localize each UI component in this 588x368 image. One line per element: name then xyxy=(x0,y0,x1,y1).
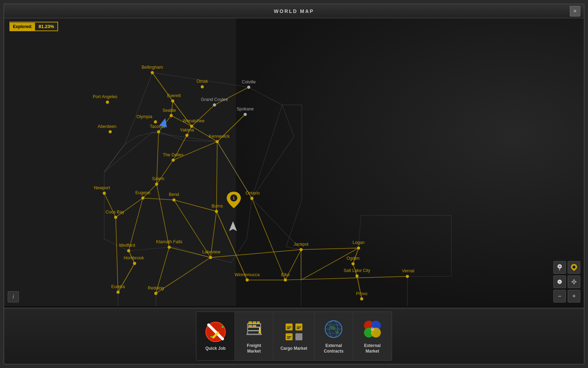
svg-point-77 xyxy=(559,265,561,267)
pin-gold-button[interactable] xyxy=(568,261,580,274)
svg-point-7 xyxy=(170,114,173,117)
svg-text:Wenatchee: Wenatchee xyxy=(183,118,204,123)
svg-text:1: 1 xyxy=(233,196,235,200)
svg-point-24 xyxy=(133,262,136,265)
svg-text:Hornbrook: Hornbrook xyxy=(124,255,144,260)
bottom-toolbar: Quick Job xyxy=(4,308,584,364)
svg-rect-86 xyxy=(573,281,575,282)
svg-text:Omak: Omak xyxy=(196,79,208,84)
toolbar-item-external-contracts[interactable]: ExternalContracts xyxy=(315,312,353,360)
svg-rect-102 xyxy=(253,325,256,327)
map-area[interactable]: Explored: 81.23% xyxy=(4,18,584,306)
title-bar: WORLD MAP × xyxy=(4,4,584,18)
svg-point-14 xyxy=(172,158,175,162)
svg-text:Port Angeles: Port Angeles xyxy=(93,94,117,99)
toolbar-item-freight-market[interactable]: FreightMarket xyxy=(235,312,273,360)
svg-point-23 xyxy=(168,246,171,249)
toolbar-item-quick-job[interactable]: Quick Job xyxy=(196,312,235,360)
quick-job-label: Quick Job xyxy=(205,346,226,352)
svg-text:Lakeview: Lakeview xyxy=(202,250,220,254)
external-market-label: ExternalMarket xyxy=(364,343,380,354)
svg-point-21 xyxy=(114,216,117,219)
svg-rect-96 xyxy=(247,323,248,335)
svg-rect-93 xyxy=(247,323,261,324)
svg-text:Burns: Burns xyxy=(212,204,223,209)
svg-rect-101 xyxy=(248,325,252,327)
svg-point-15 xyxy=(155,183,158,186)
svg-point-3 xyxy=(106,101,109,104)
svg-text:Klamath Falls: Klamath Falls xyxy=(156,239,182,244)
zoom-in-button[interactable]: + xyxy=(568,290,580,302)
svg-point-125 xyxy=(371,327,374,331)
move-controls-row xyxy=(553,275,580,288)
svg-text:Tacoma: Tacoma xyxy=(150,124,165,129)
svg-text:Medford: Medford xyxy=(119,243,135,248)
freight-market-label: FreightMarket xyxy=(247,343,261,354)
svg-text:Grand Coulee: Grand Coulee xyxy=(201,97,228,102)
cargo-market-label: Cargo Market xyxy=(280,346,307,352)
svg-text:Salem: Salem xyxy=(152,176,164,181)
pan-white-button[interactable] xyxy=(553,275,566,288)
svg-text:Eugene: Eugene xyxy=(135,190,150,195)
svg-point-27 xyxy=(154,292,158,295)
svg-text:Yakima: Yakima xyxy=(180,128,194,132)
svg-text:Bellingham: Bellingham xyxy=(142,65,163,70)
svg-point-4 xyxy=(171,100,174,103)
pin-controls-row xyxy=(553,261,580,274)
svg-rect-104 xyxy=(258,333,261,333)
zoom-out-button[interactable]: − xyxy=(553,290,566,302)
close-button[interactable]: × xyxy=(570,6,580,16)
svg-text:Everett: Everett xyxy=(167,93,181,98)
move-button[interactable] xyxy=(568,275,580,288)
svg-text:Kennewick: Kennewick xyxy=(209,134,230,139)
svg-point-26 xyxy=(117,291,120,294)
svg-text:Bend: Bend xyxy=(169,192,179,197)
svg-point-16 xyxy=(103,192,106,195)
svg-rect-108 xyxy=(295,333,302,340)
svg-point-11 xyxy=(157,130,160,133)
svg-text:Aberdeen: Aberdeen xyxy=(98,124,117,129)
svg-text:Eureka: Eureka xyxy=(111,284,125,289)
quick-job-icon xyxy=(204,321,227,343)
svg-point-12 xyxy=(186,134,189,137)
svg-point-10 xyxy=(108,130,112,133)
svg-point-25 xyxy=(209,256,212,259)
svg-point-81 xyxy=(559,281,560,282)
info-button[interactable]: i xyxy=(8,291,19,302)
cargo-market-icon xyxy=(283,321,305,343)
toolbar-item-cargo-market[interactable]: Cargo Market xyxy=(273,312,315,360)
svg-text:Newport: Newport xyxy=(94,185,110,190)
svg-point-5 xyxy=(213,103,216,107)
svg-rect-103 xyxy=(259,328,260,333)
svg-point-22 xyxy=(127,249,130,252)
external-contracts-icon xyxy=(322,318,345,340)
svg-text:Coos Bay: Coos Bay xyxy=(105,210,124,214)
svg-point-9 xyxy=(190,125,193,128)
svg-marker-82 xyxy=(573,279,575,281)
svg-text:Seattle: Seattle xyxy=(162,108,176,113)
svg-point-20 xyxy=(215,210,218,213)
svg-point-1 xyxy=(201,85,204,88)
svg-point-0 xyxy=(151,71,154,74)
window-title: WORLD MAP xyxy=(274,8,314,14)
toolbar-item-external-market[interactable]: ExternalMarket xyxy=(353,312,392,360)
explored-value: 81.23% xyxy=(35,22,57,30)
svg-text:Olympia: Olympia xyxy=(136,114,152,119)
explored-label: Explored: xyxy=(10,23,35,30)
zoom-controls-row: − + xyxy=(553,290,580,302)
svg-marker-84 xyxy=(571,281,573,283)
svg-rect-100 xyxy=(257,321,260,323)
svg-point-79 xyxy=(573,266,575,268)
svg-rect-98 xyxy=(248,321,252,323)
svg-marker-83 xyxy=(573,283,575,285)
world-map-window: WORLD MAP × Explored: 81.23% xyxy=(4,4,584,364)
svg-rect-94 xyxy=(247,327,261,328)
pin-white-button[interactable] xyxy=(553,261,566,274)
svg-rect-99 xyxy=(253,321,256,323)
svg-point-17 xyxy=(141,196,145,199)
svg-marker-85 xyxy=(575,281,577,283)
external-contracts-label: ExternalContracts xyxy=(324,343,343,354)
svg-marker-72 xyxy=(159,117,169,128)
explored-badge: Explored: 81.23% xyxy=(9,22,58,31)
svg-text:The Dalles: The Dalles xyxy=(163,152,183,157)
